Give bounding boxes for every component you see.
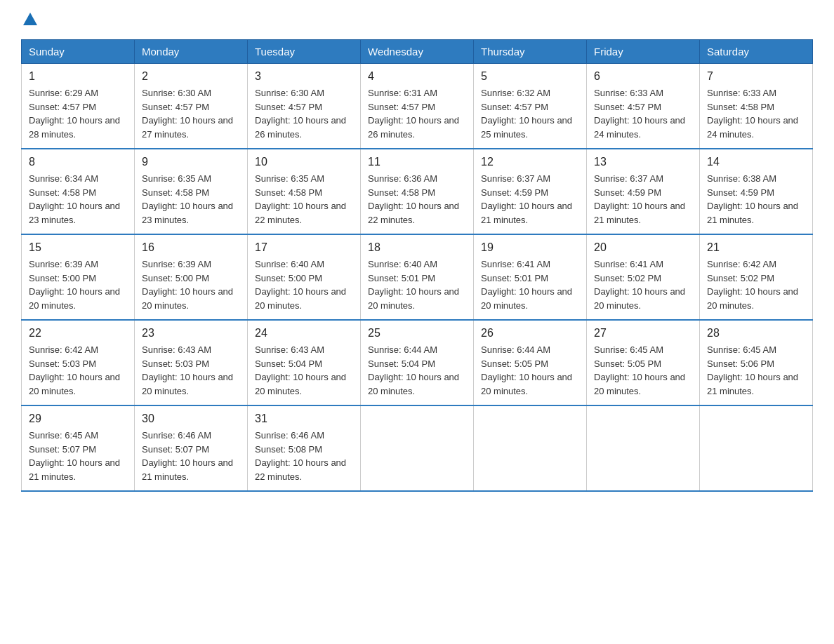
day-number: 2 — [142, 68, 240, 85]
day-info: Sunrise: 6:30 AMSunset: 4:57 PMDaylight:… — [142, 86, 240, 141]
day-number: 14 — [707, 154, 805, 170]
calendar-cell: 14 Sunrise: 6:38 AMSunset: 4:59 PMDaylig… — [700, 149, 813, 234]
col-friday: Friday — [587, 40, 700, 64]
calendar-cell: 17 Sunrise: 6:40 AMSunset: 5:00 PMDaylig… — [248, 234, 361, 320]
day-info: Sunrise: 6:37 AMSunset: 4:59 PMDaylight:… — [594, 172, 692, 227]
day-number: 7 — [707, 68, 805, 85]
day-info: Sunrise: 6:36 AMSunset: 4:58 PMDaylight:… — [368, 172, 466, 227]
day-info: Sunrise: 6:38 AMSunset: 4:59 PMDaylight:… — [707, 172, 805, 227]
calendar-cell: 15 Sunrise: 6:39 AMSunset: 5:00 PMDaylig… — [22, 234, 135, 320]
calendar-cell: 25 Sunrise: 6:44 AMSunset: 5:04 PMDaylig… — [361, 320, 474, 405]
calendar-cell: 20 Sunrise: 6:41 AMSunset: 5:02 PMDaylig… — [587, 234, 700, 320]
calendar-week-row: 1 Sunrise: 6:29 AMSunset: 4:57 PMDayligh… — [22, 64, 813, 149]
day-number: 17 — [255, 239, 353, 256]
day-number: 16 — [142, 239, 240, 256]
calendar-cell: 4 Sunrise: 6:31 AMSunset: 4:57 PMDayligh… — [361, 64, 474, 149]
day-number: 1 — [29, 68, 127, 85]
calendar-cell — [700, 405, 813, 491]
day-info: Sunrise: 6:44 AMSunset: 5:05 PMDaylight:… — [481, 343, 579, 398]
day-number: 15 — [29, 239, 127, 256]
calendar-cell: 2 Sunrise: 6:30 AMSunset: 4:57 PMDayligh… — [135, 64, 248, 149]
day-info: Sunrise: 6:46 AMSunset: 5:07 PMDaylight:… — [142, 429, 240, 483]
day-info: Sunrise: 6:40 AMSunset: 5:00 PMDaylight:… — [255, 257, 353, 312]
day-number: 30 — [142, 410, 240, 427]
header-row: Sunday Monday Tuesday Wednesday Thursday… — [22, 40, 813, 64]
day-info: Sunrise: 6:40 AMSunset: 5:01 PMDaylight:… — [368, 257, 466, 312]
day-number: 9 — [142, 154, 240, 170]
day-info: Sunrise: 6:43 AMSunset: 5:04 PMDaylight:… — [255, 343, 353, 398]
day-number: 6 — [594, 68, 692, 85]
day-info: Sunrise: 6:39 AMSunset: 5:00 PMDaylight:… — [142, 257, 240, 312]
day-number: 13 — [594, 154, 692, 170]
day-number: 25 — [368, 325, 466, 342]
day-number: 31 — [255, 410, 353, 427]
logo — [21, 14, 37, 27]
calendar-cell — [361, 405, 474, 491]
day-info: Sunrise: 6:45 AMSunset: 5:06 PMDaylight:… — [707, 343, 805, 398]
day-info: Sunrise: 6:39 AMSunset: 5:00 PMDaylight:… — [29, 257, 127, 312]
day-info: Sunrise: 6:32 AMSunset: 4:57 PMDaylight:… — [481, 86, 579, 141]
day-number: 27 — [594, 325, 692, 342]
day-number: 22 — [29, 325, 127, 342]
day-info: Sunrise: 6:41 AMSunset: 5:02 PMDaylight:… — [594, 257, 692, 312]
day-number: 3 — [255, 68, 353, 85]
day-number: 21 — [707, 239, 805, 256]
calendar-table: Sunday Monday Tuesday Wednesday Thursday… — [21, 39, 813, 492]
calendar-cell: 28 Sunrise: 6:45 AMSunset: 5:06 PMDaylig… — [700, 320, 813, 405]
calendar-cell: 29 Sunrise: 6:45 AMSunset: 5:07 PMDaylig… — [22, 405, 135, 491]
calendar-cell: 13 Sunrise: 6:37 AMSunset: 4:59 PMDaylig… — [587, 149, 700, 234]
col-monday: Monday — [135, 40, 248, 64]
calendar-cell: 6 Sunrise: 6:33 AMSunset: 4:57 PMDayligh… — [587, 64, 700, 149]
day-info: Sunrise: 6:33 AMSunset: 4:57 PMDaylight:… — [594, 86, 692, 141]
col-saturday: Saturday — [700, 40, 813, 64]
day-number: 28 — [707, 325, 805, 342]
col-thursday: Thursday — [474, 40, 587, 64]
col-wednesday: Wednesday — [361, 40, 474, 64]
calendar-cell: 9 Sunrise: 6:35 AMSunset: 4:58 PMDayligh… — [135, 149, 248, 234]
calendar-body: 1 Sunrise: 6:29 AMSunset: 4:57 PMDayligh… — [22, 64, 813, 492]
calendar-cell: 5 Sunrise: 6:32 AMSunset: 4:57 PMDayligh… — [474, 64, 587, 149]
calendar-cell: 3 Sunrise: 6:30 AMSunset: 4:57 PMDayligh… — [248, 64, 361, 149]
day-number: 26 — [481, 325, 579, 342]
col-sunday: Sunday — [22, 40, 135, 64]
day-info: Sunrise: 6:31 AMSunset: 4:57 PMDaylight:… — [368, 86, 466, 141]
calendar-cell: 19 Sunrise: 6:41 AMSunset: 5:01 PMDaylig… — [474, 234, 587, 320]
day-number: 19 — [481, 239, 579, 256]
day-number: 29 — [29, 410, 127, 427]
calendar-cell: 12 Sunrise: 6:37 AMSunset: 4:59 PMDaylig… — [474, 149, 587, 234]
day-info: Sunrise: 6:43 AMSunset: 5:03 PMDaylight:… — [142, 343, 240, 398]
day-number: 11 — [368, 154, 466, 170]
day-number: 12 — [481, 154, 579, 170]
logo-triangle-icon — [23, 13, 37, 25]
calendar-cell: 16 Sunrise: 6:39 AMSunset: 5:00 PMDaylig… — [135, 234, 248, 320]
calendar-cell: 8 Sunrise: 6:34 AMSunset: 4:58 PMDayligh… — [22, 149, 135, 234]
day-info: Sunrise: 6:35 AMSunset: 4:58 PMDaylight:… — [255, 172, 353, 227]
day-info: Sunrise: 6:30 AMSunset: 4:57 PMDaylight:… — [255, 86, 353, 141]
calendar-cell: 27 Sunrise: 6:45 AMSunset: 5:05 PMDaylig… — [587, 320, 700, 405]
calendar-cell: 10 Sunrise: 6:35 AMSunset: 4:58 PMDaylig… — [248, 149, 361, 234]
calendar-cell: 31 Sunrise: 6:46 AMSunset: 5:08 PMDaylig… — [248, 405, 361, 491]
day-info: Sunrise: 6:37 AMSunset: 4:59 PMDaylight:… — [481, 172, 579, 227]
day-info: Sunrise: 6:35 AMSunset: 4:58 PMDaylight:… — [142, 172, 240, 227]
day-number: 4 — [368, 68, 466, 85]
page-header — [21, 14, 813, 27]
calendar-week-row: 15 Sunrise: 6:39 AMSunset: 5:00 PMDaylig… — [22, 234, 813, 320]
calendar-cell — [474, 405, 587, 491]
day-info: Sunrise: 6:44 AMSunset: 5:04 PMDaylight:… — [368, 343, 466, 398]
day-info: Sunrise: 6:41 AMSunset: 5:01 PMDaylight:… — [481, 257, 579, 312]
calendar-week-row: 29 Sunrise: 6:45 AMSunset: 5:07 PMDaylig… — [22, 405, 813, 491]
calendar-cell — [587, 405, 700, 491]
calendar-cell: 18 Sunrise: 6:40 AMSunset: 5:01 PMDaylig… — [361, 234, 474, 320]
day-info: Sunrise: 6:45 AMSunset: 5:07 PMDaylight:… — [29, 429, 127, 483]
calendar-cell: 30 Sunrise: 6:46 AMSunset: 5:07 PMDaylig… — [135, 405, 248, 491]
day-number: 24 — [255, 325, 353, 342]
calendar-cell: 24 Sunrise: 6:43 AMSunset: 5:04 PMDaylig… — [248, 320, 361, 405]
calendar-week-row: 22 Sunrise: 6:42 AMSunset: 5:03 PMDaylig… — [22, 320, 813, 405]
col-tuesday: Tuesday — [248, 40, 361, 64]
calendar-cell: 21 Sunrise: 6:42 AMSunset: 5:02 PMDaylig… — [700, 234, 813, 320]
calendar-cell: 23 Sunrise: 6:43 AMSunset: 5:03 PMDaylig… — [135, 320, 248, 405]
day-number: 8 — [29, 154, 127, 170]
day-info: Sunrise: 6:46 AMSunset: 5:08 PMDaylight:… — [255, 429, 353, 483]
day-info: Sunrise: 6:34 AMSunset: 4:58 PMDaylight:… — [29, 172, 127, 227]
day-info: Sunrise: 6:29 AMSunset: 4:57 PMDaylight:… — [29, 86, 127, 141]
